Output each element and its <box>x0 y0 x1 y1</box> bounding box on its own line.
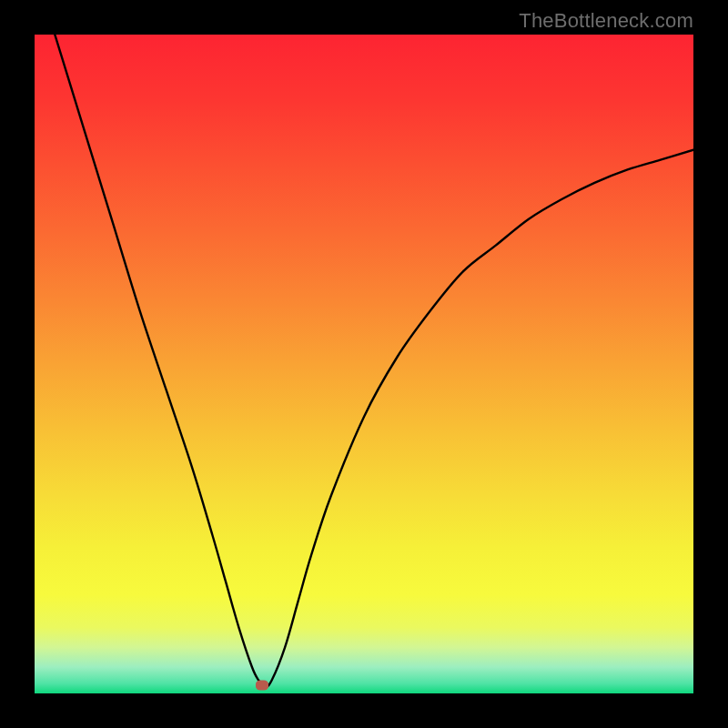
min-marker-dot <box>256 681 268 691</box>
watermark-text: TheBottleneck.com <box>519 9 693 33</box>
bottleneck-curve <box>35 35 693 693</box>
chart-frame: TheBottleneck.com <box>0 0 728 728</box>
plot-area <box>35 35 693 693</box>
